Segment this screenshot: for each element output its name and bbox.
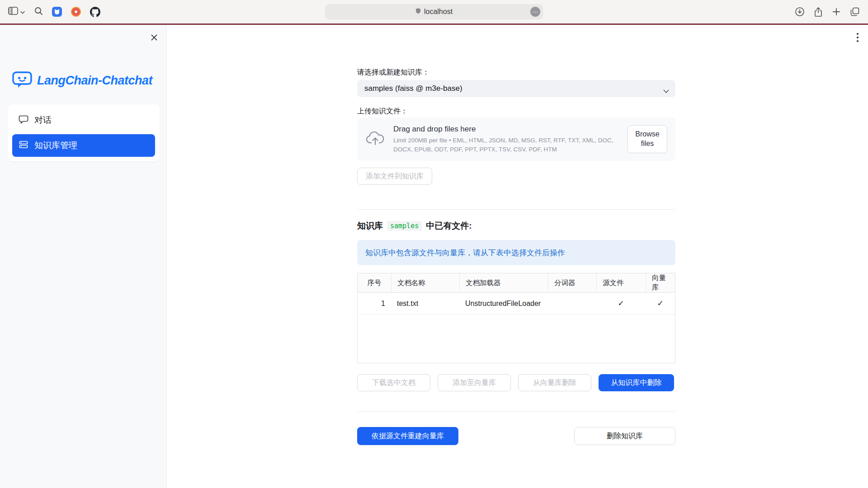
kb-files-title: 知识库 samples 中已有文件: — [357, 220, 472, 232]
browser-toolbar: localhost ⋯ — [0, 0, 868, 23]
table-header-row: 序号 文档名称 文档加载器 分词器 源文件 向量库 — [358, 273, 675, 293]
table-header-loader[interactable]: 文档加载器 — [459, 273, 548, 292]
divider — [357, 411, 675, 412]
upload-label: 上传知识文件： — [357, 107, 408, 116]
cloud-upload-icon — [365, 131, 385, 148]
delete-from-kb-button[interactable]: 从知识库中删除 — [599, 374, 674, 391]
info-alert-text: 知识库中包含源文件与向量库，请从下表中选择文件后操作 — [365, 248, 565, 258]
browser-sidebar-toggle-button[interactable] — [8, 7, 25, 17]
chatchat-logo-icon — [12, 70, 33, 91]
dropzone-hint: Limit 200MB per file • EML, HTML, JSON, … — [393, 136, 619, 154]
browser-address-bar[interactable]: localhost ⋯ — [325, 4, 543, 19]
sidebar-item-label: 对话 — [34, 114, 52, 126]
table-row[interactable]: 1 test.txt UnstructuredFileLoader ✓ ✓ — [358, 293, 675, 314]
streamlit-menu-button[interactable] — [854, 30, 861, 46]
extension-orange-icon[interactable] — [71, 7, 81, 17]
share-button[interactable] — [814, 7, 823, 17]
table-header-splitter[interactable]: 分词器 — [548, 273, 596, 292]
main-content: 请选择或新建知识库： samples (faiss @ m3e-base) 上传… — [167, 25, 868, 488]
kb-selectbox[interactable]: samples (faiss @ m3e-base) — [357, 80, 675, 97]
sidebar-menu: 对话 知识库管理 — [8, 104, 160, 161]
dropzone-title: Drag and drop files here — [393, 125, 619, 134]
kb-files-title-prefix: 知识库 — [357, 220, 383, 232]
database-stack-icon — [19, 140, 28, 152]
sidebar-item-label: 知识库管理 — [34, 140, 77, 151]
toolbar-right-group — [795, 7, 860, 17]
sidebar: LangChain-Chatchat 对话 知识库管理 — [0, 25, 167, 488]
kb-selectbox-value: samples (faiss @ m3e-base) — [364, 84, 462, 93]
github-extension-icon[interactable] — [90, 7, 100, 17]
search-icon — [34, 6, 43, 17]
delete-kb-button[interactable]: 删除知识库 — [574, 427, 675, 445]
app-logo: LangChain-Chatchat — [12, 70, 152, 91]
chevron-down-icon — [663, 87, 669, 96]
chevron-down-icon — [20, 8, 25, 16]
divider — [357, 209, 675, 210]
delete-from-vector-store-button[interactable]: 从向量库删除 — [518, 374, 591, 391]
add-files-to-kb-button[interactable]: 添加文件到知识库 — [357, 168, 432, 185]
new-tab-button[interactable] — [832, 7, 841, 16]
extension-blue-icon[interactable] — [52, 7, 62, 17]
kb-name-code: samples — [387, 221, 422, 231]
chat-bubble-icon — [19, 114, 28, 127]
kb-files-title-suffix: 中已有文件: — [426, 220, 472, 232]
sidebar-item-kb-management[interactable]: 知识库管理 — [12, 134, 155, 157]
add-to-vector-store-button[interactable]: 添加至向量库 — [438, 374, 511, 391]
rebuild-vector-store-button[interactable]: 依据源文件重建向量库 — [357, 427, 458, 445]
extensions-more-button[interactable]: ⋯ — [530, 7, 540, 17]
kb-bottom-actions: 依据源文件重建向量库 删除知识库 — [357, 427, 675, 445]
toolbar-left-group — [8, 6, 100, 17]
dropzone-text: Drag and drop files here Limit 200MB per… — [393, 125, 619, 154]
address-text: localhost — [424, 8, 453, 16]
info-alert: 知识库中包含源文件与向量库，请从下表中选择文件后操作 — [357, 240, 675, 265]
browse-files-button[interactable]: Browse files — [627, 125, 667, 153]
cell-splitter[interactable] — [548, 293, 596, 314]
cell-index[interactable]: 1 — [358, 293, 391, 314]
download-selected-button[interactable]: 下载选中文档 — [357, 374, 430, 391]
sidebar-panel-icon — [8, 7, 18, 17]
cell-doc-name[interactable]: test.txt — [391, 293, 459, 314]
page-content: 请选择或新建知识库： samples (faiss @ m3e-base) 上传… — [357, 25, 675, 488]
browser-search-button[interactable] — [34, 6, 43, 17]
cell-vector-store-check[interactable]: ✓ — [646, 293, 675, 314]
file-action-buttons: 下载选中文档 添加至向量库 从向量库删除 从知识库中删除 — [357, 374, 674, 391]
table-header-doc-name[interactable]: 文档名称 — [391, 273, 459, 292]
kb-files-table: 序号 文档名称 文档加载器 分词器 源文件 向量库 1 test.txt Uns… — [357, 273, 675, 363]
sidebar-close-button[interactable] — [150, 33, 159, 43]
kb-select-label: 请选择或新建知识库： — [357, 68, 429, 77]
table-header-source-file[interactable]: 源文件 — [596, 273, 646, 292]
table-empty-area — [358, 314, 675, 363]
cell-loader[interactable]: UnstructuredFileLoader — [459, 293, 548, 314]
screen: localhost ⋯ — [0, 0, 868, 488]
cell-source-file-check[interactable]: ✓ — [596, 293, 646, 314]
site-shield-icon — [415, 8, 421, 16]
table-header-index[interactable]: 序号 — [358, 273, 391, 292]
tab-overview-button[interactable] — [850, 7, 860, 17]
table-header-vector-store[interactable]: 向量库 — [646, 273, 675, 292]
sidebar-item-chat[interactable]: 对话 — [12, 109, 155, 131]
file-dropzone[interactable]: Drag and drop files here Limit 200MB per… — [357, 117, 675, 161]
downloads-button[interactable] — [795, 7, 805, 17]
app-logo-text: LangChain-Chatchat — [37, 74, 152, 88]
